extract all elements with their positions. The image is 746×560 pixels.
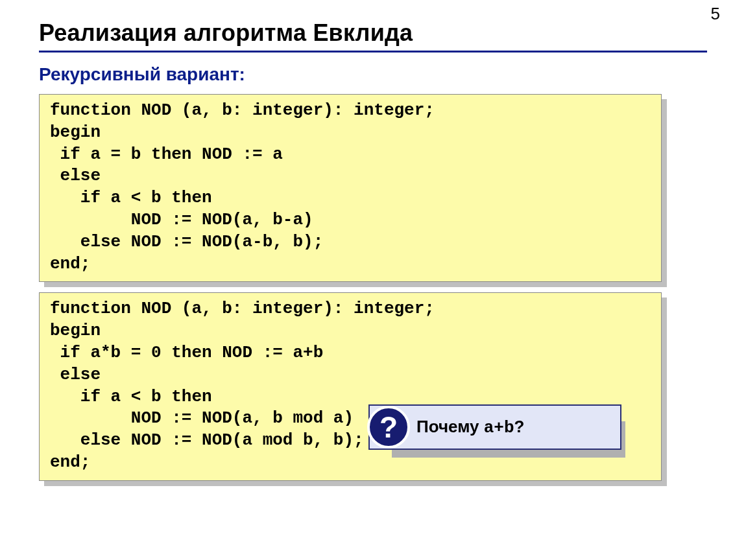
- callout-box: ? Почему a+b?: [368, 404, 621, 450]
- callout-text: Почему a+b?: [416, 417, 524, 438]
- slide-subtitle: Рекурсивный вариант:: [39, 64, 707, 85]
- code-text-1: function NOD (a, b: integer): integer; b…: [50, 100, 651, 275]
- code-block-1-container: function NOD (a, b: integer): integer; b…: [39, 94, 662, 282]
- title-rule: [39, 51, 707, 52]
- callout-text-prefix: Почему: [416, 417, 484, 436]
- callout-container: ? Почему a+b?: [368, 404, 621, 450]
- callout-code-inline: a+b: [484, 418, 514, 438]
- slide-page: 5 Реализация алгоритма Евклида Рекурсивн…: [0, 0, 746, 560]
- callout-text-suffix: ?: [514, 417, 525, 436]
- question-mark-icon: ?: [367, 406, 410, 449]
- page-number: 5: [711, 4, 720, 24]
- code-block-1: function NOD (a, b: integer): integer; b…: [39, 94, 662, 282]
- slide-title: Реализация алгоритма Евклида: [39, 19, 707, 47]
